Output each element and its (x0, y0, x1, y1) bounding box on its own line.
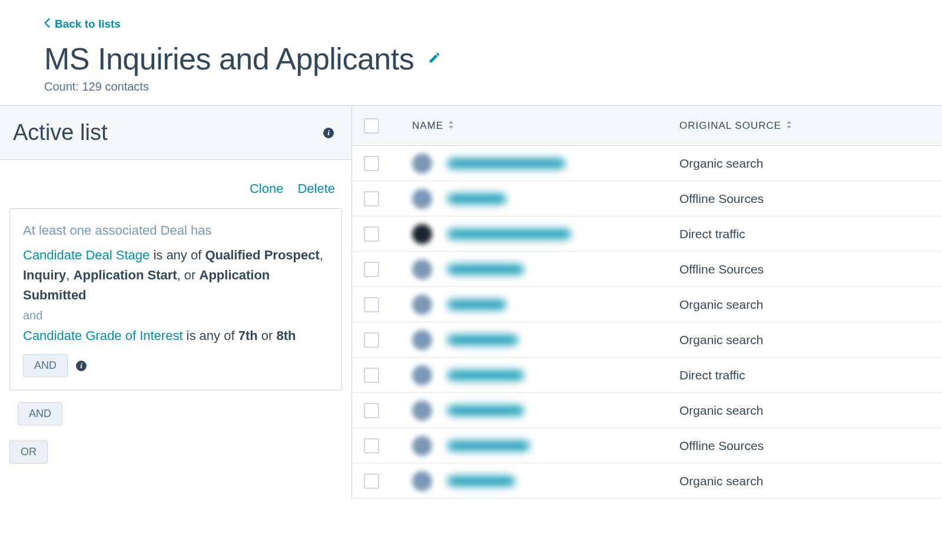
source-value: Organic search (679, 474, 763, 488)
row-checkbox[interactable] (364, 297, 379, 312)
table-row[interactable]: Organic search (352, 322, 942, 358)
contact-name[interactable] (447, 299, 506, 310)
back-to-lists-link[interactable]: Back to lists (44, 18, 121, 31)
table-row[interactable]: Offline Sources (352, 181, 942, 216)
inner-and-button[interactable]: AND (23, 354, 68, 377)
contact-name[interactable] (447, 335, 518, 345)
table-row[interactable]: Direct traffic (352, 358, 942, 393)
contact-name[interactable] (447, 158, 565, 169)
contact-name[interactable] (447, 194, 506, 204)
contact-name[interactable] (447, 370, 524, 381)
select-all-checkbox[interactable] (364, 118, 379, 134)
page-title: MS Inquiries and Applicants (44, 41, 414, 76)
filter-card[interactable]: At least one associated Deal has Candida… (9, 208, 342, 391)
outer-or-button[interactable]: OR (9, 441, 48, 464)
sort-icon[interactable] (786, 121, 792, 131)
source-value: Organic search (679, 404, 763, 418)
row-checkbox[interactable] (364, 438, 379, 454)
sort-icon[interactable] (448, 121, 454, 131)
contact-name[interactable] (447, 441, 530, 451)
table-row[interactable]: Organic search (352, 287, 942, 322)
avatar (412, 154, 432, 174)
table-row[interactable]: Direct traffic (352, 216, 942, 252)
source-value: Offline Sources (679, 439, 764, 453)
row-checkbox[interactable] (364, 474, 379, 489)
table-row[interactable]: Organic search (352, 464, 942, 499)
avatar (412, 224, 432, 244)
info-icon[interactable]: i (76, 361, 87, 371)
source-value: Direct traffic (679, 368, 745, 382)
avatar (412, 189, 432, 209)
table-header-row: NAME ORIGINAL SOURCE (352, 106, 942, 146)
outer-and-button[interactable]: AND (18, 402, 62, 425)
avatar (412, 295, 432, 315)
delete-button[interactable]: Delete (297, 181, 335, 196)
table-row[interactable]: Offline Sources (352, 428, 942, 464)
row-checkbox[interactable] (364, 368, 379, 383)
panel-title: Active list (13, 120, 107, 145)
avatar (412, 330, 432, 350)
source-value: Direct traffic (679, 227, 745, 241)
info-icon[interactable]: i (323, 128, 334, 138)
name-column-header[interactable]: NAME (412, 120, 443, 132)
count-label: Count: 129 contacts (44, 80, 942, 94)
avatar (412, 401, 432, 421)
row-checkbox[interactable] (364, 262, 379, 277)
source-column-header[interactable]: ORIGINAL SOURCE (679, 120, 781, 132)
contact-name[interactable] (447, 264, 524, 275)
contact-name[interactable] (447, 229, 571, 239)
source-value: Organic search (679, 333, 763, 347)
row-checkbox[interactable] (364, 403, 379, 418)
back-label: Back to lists (55, 18, 121, 31)
filter-intro: At least one associated Deal has (23, 223, 329, 238)
table-row[interactable]: Organic search (352, 393, 942, 428)
avatar (412, 365, 432, 385)
row-checkbox[interactable] (364, 226, 379, 242)
avatar (412, 471, 432, 491)
source-value: Organic search (679, 298, 763, 312)
avatar (412, 436, 432, 456)
avatar (412, 259, 432, 279)
edit-pencil-icon[interactable] (428, 51, 441, 66)
source-value: Offline Sources (679, 262, 764, 276)
source-value: Organic search (679, 156, 763, 171)
clone-button[interactable]: Clone (250, 181, 283, 196)
row-checkbox[interactable] (364, 191, 379, 206)
filter-condition-2: Candidate Grade of Interest is any of 7t… (23, 326, 329, 346)
contact-name[interactable] (447, 405, 524, 416)
row-checkbox[interactable] (364, 156, 379, 171)
contact-name[interactable] (447, 476, 515, 486)
row-checkbox[interactable] (364, 332, 379, 348)
table-row[interactable]: Organic search (352, 146, 942, 181)
source-value: Offline Sources (679, 192, 764, 206)
filter-condition-1: Candidate Deal Stage is any of Qualified… (23, 245, 329, 305)
table-row[interactable]: Offline Sources (352, 252, 942, 287)
chevron-left-icon (44, 18, 50, 31)
filter-conjunction: and (23, 309, 329, 322)
